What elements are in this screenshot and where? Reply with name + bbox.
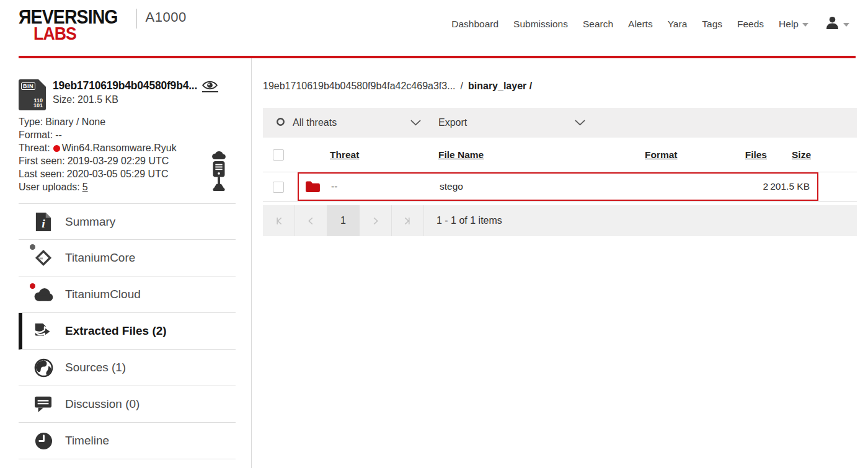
chevron-down-icon (575, 120, 585, 126)
binary-bits: 110 101 (33, 98, 43, 108)
user-uploads-line: User uploads:5 (19, 180, 236, 193)
export-dropdown[interactable]: Export (438, 108, 585, 138)
row-select-cell (263, 172, 298, 201)
column-header-file-name[interactable]: File Name (438, 149, 484, 161)
chevron-right-icon (371, 217, 379, 225)
sidebar-menu: i Summary TitaniumCore (19, 203, 236, 459)
row-checkbox[interactable] (273, 182, 284, 193)
bits-bottom: 101 (33, 103, 43, 108)
column-header-format[interactable]: Format (645, 149, 678, 161)
last-page-icon (404, 217, 412, 225)
reveal-hash-button[interactable] (202, 80, 218, 92)
column-header-size[interactable]: Size (792, 149, 811, 161)
nav-tags[interactable]: Tags (702, 19, 722, 30)
eye-underline (202, 91, 218, 92)
logo-wordmark: ЯEVERSING LABS (19, 7, 126, 43)
extracted-files-icon (32, 322, 55, 340)
product-name: A1000 (146, 9, 187, 25)
eye-icon (202, 80, 218, 91)
titaniumcloud-cloud-icon (32, 286, 55, 302)
sidebar-item-discussion[interactable]: Discussion (0) (19, 386, 236, 423)
sidebar-item-sources[interactable]: Sources (1) (19, 350, 236, 386)
sidebar-item-summary[interactable]: i Summary (19, 203, 236, 240)
summary-document-icon: i (32, 212, 55, 232)
app-header: ЯEVERSING LABS A1000 Dashboard Submissio… (0, 0, 868, 56)
chevron-down-icon (410, 120, 421, 126)
logo-line-labs: LABS (33, 25, 119, 43)
threat-cell: -- (299, 180, 440, 193)
threat-status-dot (53, 145, 60, 152)
main-content: 19eb1710619b4b04580f9b4fa42c469a3f3... /… (252, 58, 868, 468)
first-page-button[interactable] (263, 205, 295, 236)
chevron-left-icon (307, 217, 315, 225)
speech-bubble-icon (32, 395, 55, 413)
globe-icon (32, 358, 55, 377)
clock-icon (32, 432, 55, 450)
file-format-line: Format:-- (19, 128, 236, 141)
threat-name: Win64.Ransomware.Ryuk (62, 143, 177, 153)
folder-icon (305, 180, 321, 193)
file-size: Size: 201.5 KB (53, 94, 218, 105)
chevron-down-icon (843, 23, 849, 27)
export-label: Export (438, 117, 467, 128)
breadcrumb-current: binary_layer / (468, 81, 532, 92)
titaniumcore-diamond-icon (32, 247, 55, 268)
extracted-file-row-stego[interactable]: -- stego 2 201.5 KB (298, 172, 818, 201)
files-count-cell: 2 (763, 181, 768, 192)
nav-help-label: Help (779, 19, 799, 30)
binary-file-icon: BIN 110 101 (19, 79, 46, 110)
table-row: -- stego 2 201.5 KB (263, 172, 857, 202)
folded-corner (38, 79, 46, 87)
select-all-checkbox[interactable] (273, 149, 284, 161)
user-uploads-link[interactable]: 5 (82, 182, 88, 192)
nav-yara[interactable]: Yara (668, 19, 688, 30)
user-menu[interactable] (826, 16, 849, 32)
bin-badge: BIN (21, 82, 35, 90)
file-name-cell: stego (440, 181, 646, 192)
threat-filter-dropdown[interactable]: All threats (276, 108, 421, 138)
prev-page-button[interactable] (295, 205, 327, 236)
first-page-icon (275, 217, 283, 225)
page-1-button[interactable]: 1 (327, 205, 360, 236)
cloud-microphone-icon (208, 150, 229, 195)
last-seen-line: Last seen:2020-03-05 05:29 UTC (19, 167, 236, 180)
file-hash-title: 19eb1710619b4b04580f9b4... (53, 79, 197, 92)
size-cell: 201.5 KB (770, 181, 810, 192)
breadcrumb-separator: / (461, 81, 463, 92)
breadcrumb-hash[interactable]: 19eb1710619b4b04580f9b4fa42c469a3f3... (263, 81, 456, 92)
file-metadata: Type:Binary / None Format:-- Threat:Win6… (19, 115, 236, 193)
chevron-down-icon (802, 23, 808, 27)
main-nav: Dashboard Submissions Search Alerts Yara… (451, 16, 849, 32)
nav-feeds[interactable]: Feeds (737, 19, 764, 30)
svg-text:i: i (42, 217, 45, 230)
select-all-cell (263, 149, 298, 161)
pagination-bar: 1 1 - 1 of 1 items (263, 205, 857, 236)
filter-bar: All threats Export (263, 108, 857, 138)
nav-alerts[interactable]: Alerts (628, 19, 653, 30)
sidebar-item-extracted-files[interactable]: Extracted Files (2) (19, 313, 236, 350)
reversinglabs-logo[interactable]: ЯEVERSING LABS A1000 (19, 7, 187, 43)
sidebar-item-titaniumcore[interactable]: TitaniumCore (19, 240, 236, 276)
sidebar: BIN 110 101 19eb1710619b4b04580f9b4... (0, 58, 252, 468)
sidebar-item-titaniumcloud[interactable]: TitaniumCloud (19, 276, 236, 313)
last-page-button[interactable] (392, 205, 424, 236)
threat-value: -- (331, 181, 337, 192)
next-page-button[interactable] (360, 205, 392, 236)
column-header-threat[interactable]: Threat (298, 149, 359, 161)
nav-submissions[interactable]: Submissions (513, 19, 568, 30)
logo-divider (136, 9, 137, 29)
nav-dashboard[interactable]: Dashboard (451, 19, 498, 30)
first-seen-line: First seen:2019-03-29 02:29 UTC (19, 154, 236, 167)
nav-help[interactable]: Help (779, 19, 808, 30)
pagination-info: 1 - 1 of 1 items (436, 215, 502, 226)
column-header-files[interactable]: Files (745, 149, 767, 161)
breadcrumb: 19eb1710619b4b04580f9b4fa42c469a3f3... /… (263, 81, 857, 92)
sidebar-item-timeline[interactable]: Timeline (19, 423, 236, 459)
file-heading: 19eb1710619b4b04580f9b4... Size: 201.5 K… (53, 79, 218, 110)
nav-search[interactable]: Search (583, 19, 613, 30)
status-badge-red (30, 283, 35, 289)
ring-icon (276, 117, 285, 129)
file-type-line: Type:Binary / None (19, 115, 236, 128)
user-icon (826, 16, 839, 32)
status-badge-gray (30, 244, 35, 250)
